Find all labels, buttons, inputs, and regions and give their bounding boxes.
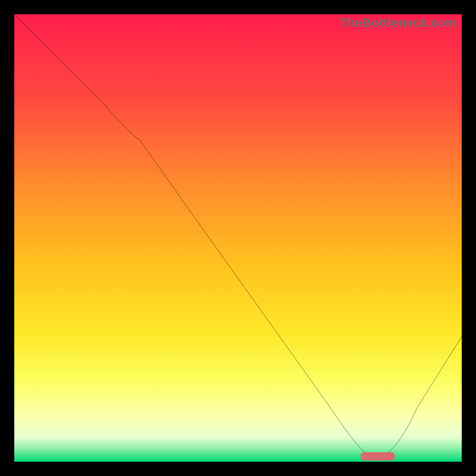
curve-line	[14, 14, 462, 462]
optimal-range-marker	[361, 452, 395, 461]
plot-area: TheBottleneck.com	[14, 14, 462, 462]
chart-frame: TheBottleneck.com	[0, 0, 476, 476]
watermark-text: TheBottleneck.com	[340, 15, 457, 30]
